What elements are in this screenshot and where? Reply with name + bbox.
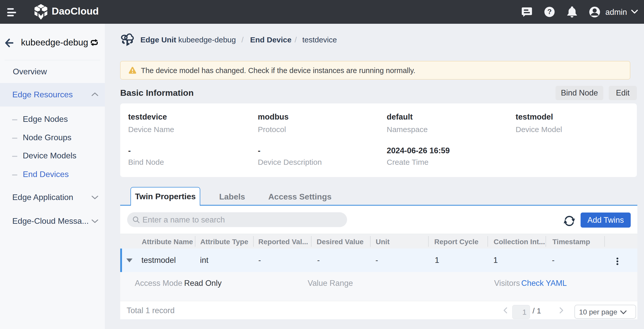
svg-text:?: ? <box>547 8 552 16</box>
